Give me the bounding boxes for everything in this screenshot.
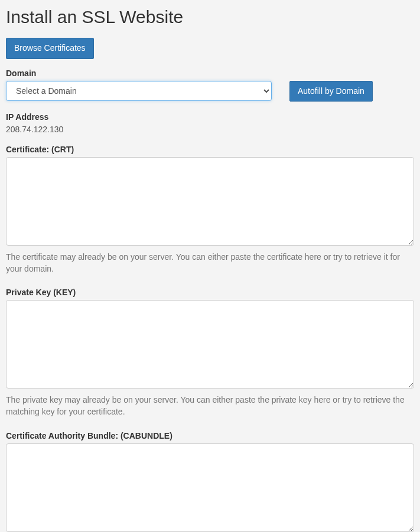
certificate-crt-help: The certificate may already be on your s… xyxy=(6,252,414,275)
cabundle-label: Certificate Authority Bundle: (CABUNDLE) xyxy=(6,431,414,440)
private-key-textarea[interactable] xyxy=(6,300,414,389)
certificate-crt-label: Certificate: (CRT) xyxy=(6,145,414,154)
cabundle-textarea[interactable] xyxy=(6,443,414,532)
ip-address-label: IP Address xyxy=(6,112,414,122)
page-title: Install an SSL Website xyxy=(6,7,414,27)
browse-certificates-button[interactable]: Browse Certificates xyxy=(6,38,94,59)
domain-label: Domain xyxy=(6,68,414,78)
private-key-help: The private key may already be on your s… xyxy=(6,394,414,417)
private-key-label: Private Key (KEY) xyxy=(6,288,414,297)
ip-address-value: 208.74.122.130 xyxy=(6,125,414,134)
domain-select[interactable]: Select a Domain xyxy=(6,81,272,101)
autofill-by-domain-button[interactable]: Autofill by Domain xyxy=(289,81,373,102)
certificate-crt-textarea[interactable] xyxy=(6,157,414,246)
